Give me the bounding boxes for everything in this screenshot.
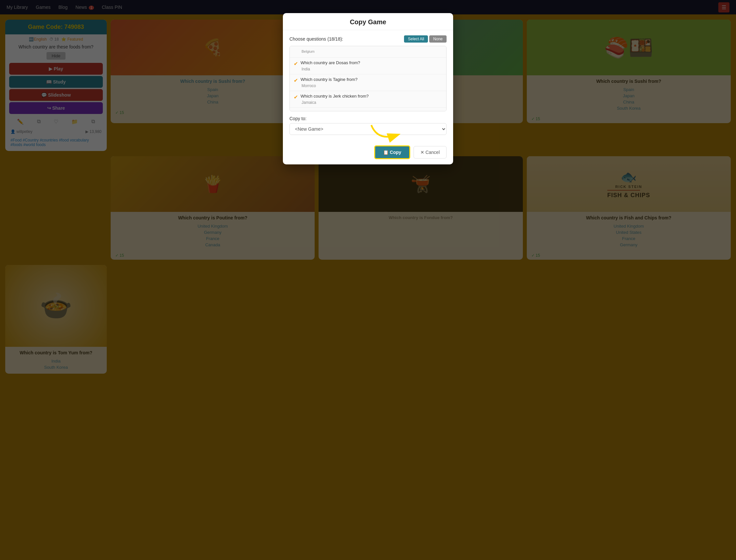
question-0-country: Belgium	[294, 49, 442, 55]
question-item-0: Belgium	[290, 46, 446, 58]
question-1-check: ✔	[294, 61, 298, 67]
modal-choose-label: Choose questions (18/18): Select All Non…	[290, 35, 446, 43]
copy-to-select[interactable]: <New Game>	[290, 123, 446, 135]
question-item-3: ✔ Which country is Jerk chicken from? Ja…	[290, 91, 446, 108]
main-area: Game Code: 749083 🔤English ⏱ 18 ⭐ Featur…	[0, 14, 736, 560]
cancel-button[interactable]: ✕ Cancel	[413, 146, 446, 159]
modal-body: Choose questions (18/18): Select All Non…	[283, 30, 453, 145]
modal-btn-group: Select All None	[402, 35, 446, 43]
select-all-button[interactable]: Select All	[404, 35, 428, 43]
question-2-text: Which country is Tagine from?	[301, 77, 358, 82]
question-3-check: ✔	[294, 94, 298, 100]
modal-title: Copy Game	[283, 13, 453, 30]
copy-button[interactable]: 📋 Copy	[374, 145, 410, 159]
modal-footer: 📋 Copy ✕ Cancel	[283, 145, 453, 164]
question-3-header: ✔ Which country is Jerk chicken from?	[294, 94, 442, 100]
question-4-check: ✔	[294, 111, 298, 111]
question-item-1: ✔ Which country are Dosas from? India	[290, 58, 446, 74]
modal-overlay: Copy Game Choose questions (18/18): Sele…	[0, 0, 736, 560]
question-item-2: ✔ Which country is Tagine from? Morroco	[290, 74, 446, 91]
questions-list: Belgium ✔ Which country are Dosas from? …	[290, 46, 446, 111]
question-4-header: ✔ Which country is Bitterballen from?	[294, 110, 442, 111]
choose-questions-label: Choose questions (18/18):	[290, 36, 343, 42]
question-2-check: ✔	[294, 77, 298, 84]
question-2-header: ✔ Which country is Tagine from?	[294, 77, 442, 84]
copy-to-label: Copy to:	[290, 116, 446, 121]
question-1-text: Which country are Dosas from?	[301, 60, 360, 65]
copy-game-modal: Copy Game Choose questions (18/18): Sele…	[283, 13, 453, 164]
question-4-text: Which country is Bitterballen from?	[301, 110, 367, 111]
question-1-header: ✔ Which country are Dosas from?	[294, 60, 442, 67]
question-1-sub: India	[294, 67, 442, 71]
question-2-sub: Morroco	[294, 84, 442, 88]
question-item-4: ✔ Which country is Bitterballen from? Th…	[290, 108, 446, 111]
question-3-sub: Jamaica	[294, 100, 442, 105]
question-3-text: Which country is Jerk chicken from?	[301, 94, 368, 99]
none-button[interactable]: None	[429, 35, 446, 43]
